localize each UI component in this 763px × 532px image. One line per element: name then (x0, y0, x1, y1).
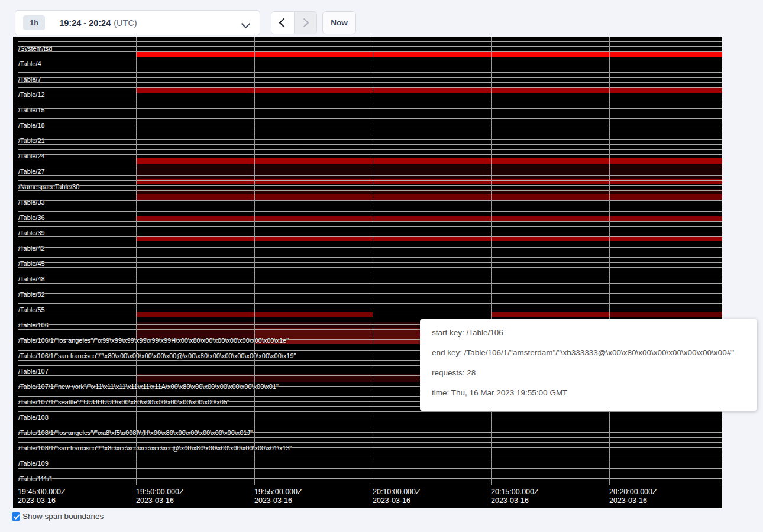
next-window-button-disabled[interactable] (295, 12, 317, 34)
tooltip-line: requests: 28 (432, 367, 751, 378)
chevron-left-icon (279, 18, 288, 28)
chevron-right-icon (300, 18, 309, 28)
row-label: /Table/42 (18, 245, 45, 252)
heat-band[interactable] (136, 164, 722, 179)
row-label: /Table/45 (18, 260, 45, 268)
range-duration-badge: 1h (23, 15, 45, 30)
row-label: /Table/111/1 (18, 475, 53, 483)
row-label: /Table/15 (18, 106, 45, 114)
tooltip-line: start key: /Table/106 (432, 327, 751, 338)
heat-band[interactable] (136, 52, 722, 57)
time-gridline (491, 37, 492, 485)
x-axis-tick: 19:55:00.000Z2023-03-16 (254, 488, 302, 505)
heatmap[interactable]: /System/tsd/Table/4/Table/7/Table/12/Tab… (13, 37, 722, 508)
row-label: /Table/18 (18, 122, 45, 129)
tooltip: start key: /Table/106end key: /Table/106… (420, 319, 757, 411)
row-label: /Table/107 (18, 368, 49, 375)
x-axis-tick: 20:10:00.000Z2023-03-16 (373, 488, 421, 505)
row-label: /System/tsd (18, 45, 52, 53)
span-boundary-lines (18, 37, 722, 485)
time-gridline (609, 37, 610, 485)
row-label: /Table/21 (18, 137, 45, 145)
chevron-down-icon (241, 20, 251, 29)
prev-window-button[interactable] (271, 12, 295, 34)
row-label: /Table/4 (18, 60, 41, 68)
row-label: /Table/109 (18, 460, 49, 468)
row-label: /Table/7 (18, 76, 41, 83)
heat-band[interactable] (136, 236, 722, 241)
tooltip-line: time: Thu, 16 Mar 2023 19:55:00 GMT (432, 387, 751, 398)
time-nav-group (271, 11, 317, 34)
row-label: /Table/24 (18, 153, 45, 160)
row-label: /Table/48 (18, 275, 45, 283)
now-button[interactable]: Now (322, 11, 356, 34)
x-axis-tick: 19:45:00.000Z2023-03-16 (18, 488, 66, 505)
heat-band[interactable] (491, 312, 609, 317)
time-gridline (136, 37, 137, 485)
row-label: /Table/27 (18, 168, 45, 176)
row-label: /Table/36 (18, 214, 45, 222)
time-range-select[interactable]: 1h 19:24 - 20:24 (UTC) (15, 10, 260, 35)
show-span-boundaries-checkbox[interactable] (12, 512, 20, 521)
row-label: /Table/106/1/"los angeles"/"\x99\x99\x99… (18, 337, 289, 345)
time-gridline (254, 37, 255, 485)
range-timezone: (UTC) (114, 18, 137, 28)
heat-band[interactable] (136, 374, 420, 382)
checkmark-icon (13, 512, 20, 519)
row-label: /Table/52 (18, 291, 45, 299)
heat-band[interactable] (136, 158, 722, 164)
toolbar: 1h 19:24 - 20:24 (UTC) Now (0, 0, 763, 37)
heat-band[interactable] (136, 322, 420, 328)
heat-band[interactable] (609, 312, 722, 317)
row-label: /NamespaceTable/30 (18, 183, 79, 191)
heat-band[interactable] (136, 194, 722, 200)
time-gridline (373, 37, 373, 485)
row-label: /Table/106 (18, 322, 49, 329)
tooltip-line: end key: /Table/106/1/"amsterdam"/"\xb33… (432, 347, 751, 358)
row-label: /Table/107/1/"seattle"/"UUUUUUD\x00\x80\… (18, 398, 229, 406)
x-axis-tick: 20:20:00.000Z2023-03-16 (609, 488, 657, 505)
x-axis-tick: 20:15:00.000Z2023-03-16 (491, 488, 539, 505)
heat-band[interactable] (136, 87, 722, 93)
row-label: /Table/55 (18, 306, 45, 314)
row-label: /Table/39 (18, 229, 45, 237)
heat-band[interactable] (136, 179, 722, 184)
row-label: /Table/12 (18, 91, 45, 99)
range-text: 19:24 - 20:24 (59, 18, 111, 28)
row-label: /Table/108/1/"los angeles"/"\xa8\xf5\u00… (18, 429, 253, 437)
row-label: /Table/108 (18, 414, 49, 421)
heat-band[interactable] (136, 189, 722, 194)
checkbox-label: Show span boundaries (22, 512, 104, 521)
row-label: /Table/106/1/"san francisco"/"\x80\x00\x… (18, 352, 296, 360)
heat-band[interactable] (136, 216, 722, 221)
x-axis-tick: 19:50:00.000Z2023-03-16 (136, 488, 184, 505)
footer: Show span boundaries (12, 512, 104, 521)
row-label: /Table/33 (18, 199, 45, 206)
row-label: /Table/107/1/"new york"/"\x11\x11\x11\x1… (18, 383, 279, 391)
row-label: /Table/108/1/"san francisco"/"\x8c\xcc\x… (18, 445, 292, 452)
